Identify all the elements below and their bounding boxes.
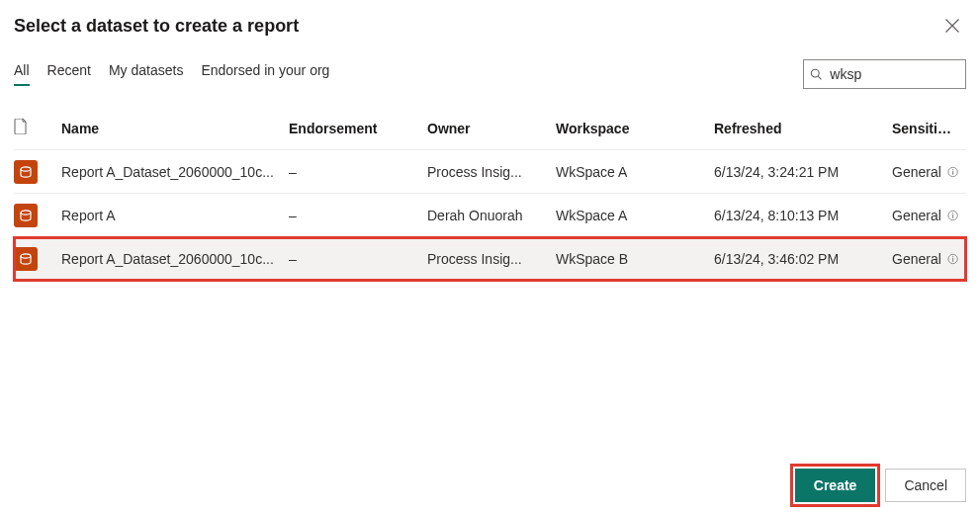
svg-point-6: [21, 210, 31, 214]
table-row[interactable]: Report A – Derah Onuorah WkSpace A 6/13/…: [14, 194, 966, 237]
document-icon: [14, 119, 28, 134]
svg-rect-9: [952, 214, 953, 218]
cell-owner: Derah Onuorah: [427, 208, 556, 223]
close-icon: [945, 19, 959, 33]
tab-all[interactable]: All: [14, 62, 30, 86]
cell-owner: Process Insig...: [427, 251, 556, 267]
col-workspace[interactable]: Workspace: [556, 121, 714, 136]
col-owner[interactable]: Owner: [427, 121, 556, 136]
info-icon: [947, 253, 958, 265]
svg-point-12: [952, 256, 953, 257]
table-row[interactable]: Report A_Dataset_2060000_10c... – Proces…: [14, 150, 966, 194]
svg-rect-5: [952, 171, 953, 175]
cell-workspace: WkSpace B: [556, 251, 714, 267]
cell-refreshed: 6/13/24, 3:24:21 PM: [714, 164, 892, 180]
tab-my-datasets[interactable]: My datasets: [109, 62, 183, 86]
dataset-grid: Name Endorsement Owner Workspace Refresh…: [14, 107, 966, 281]
cell-sensitivity: General: [892, 164, 966, 180]
svg-point-2: [21, 166, 31, 170]
dialog: Select a dataset to create a report All …: [0, 0, 980, 514]
dataset-icon: [14, 160, 38, 184]
col-sensitivity[interactable]: Sensitivity: [892, 121, 966, 136]
info-icon: [947, 210, 958, 221]
cancel-button[interactable]: Cancel: [885, 469, 966, 502]
svg-point-4: [952, 169, 953, 170]
col-name[interactable]: Name: [61, 121, 289, 136]
cell-name: Report A_Dataset_2060000_10c...: [61, 164, 289, 180]
tab-endorsed[interactable]: Endorsed in your org: [201, 62, 329, 86]
cell-workspace: WkSpace A: [556, 208, 714, 223]
search-input[interactable]: [828, 65, 959, 83]
dialog-title: Select a dataset to create a report: [14, 16, 299, 37]
cell-name: Report A_Dataset_2060000_10c...: [61, 251, 289, 267]
svg-point-0: [811, 69, 819, 77]
svg-rect-13: [952, 258, 953, 262]
cell-workspace: WkSpace A: [556, 164, 714, 180]
tab-recent[interactable]: Recent: [47, 62, 91, 86]
cell-sensitivity: General: [892, 251, 966, 267]
svg-line-1: [818, 76, 821, 79]
col-refreshed[interactable]: Refreshed: [714, 121, 892, 136]
cell-name: Report A: [61, 208, 289, 223]
dataset-icon: [14, 204, 38, 227]
close-button[interactable]: [938, 12, 966, 40]
table-row[interactable]: Report A_Dataset_2060000_10c... – Proces…: [14, 237, 966, 281]
tabs: All Recent My datasets Endorsed in your …: [14, 62, 329, 86]
cell-refreshed: 6/13/24, 8:10:13 PM: [714, 208, 892, 223]
grid-header: Name Endorsement Owner Workspace Refresh…: [14, 107, 966, 150]
cell-endorsement: –: [289, 208, 427, 223]
col-icon: [14, 119, 61, 137]
cell-endorsement: –: [289, 164, 427, 180]
cell-sensitivity: General: [892, 208, 966, 223]
footer: Create Cancel: [795, 469, 966, 502]
col-endorsement[interactable]: Endorsement: [289, 121, 427, 136]
search-icon: [810, 67, 822, 81]
svg-point-10: [21, 253, 31, 257]
svg-point-8: [952, 213, 953, 214]
info-icon: [947, 166, 958, 178]
cell-endorsement: –: [289, 251, 427, 267]
search-box[interactable]: [803, 59, 966, 89]
create-button[interactable]: Create: [795, 469, 876, 502]
cell-refreshed: 6/13/24, 3:46:02 PM: [714, 251, 892, 267]
cell-owner: Process Insig...: [427, 164, 556, 180]
dataset-icon: [14, 247, 38, 271]
